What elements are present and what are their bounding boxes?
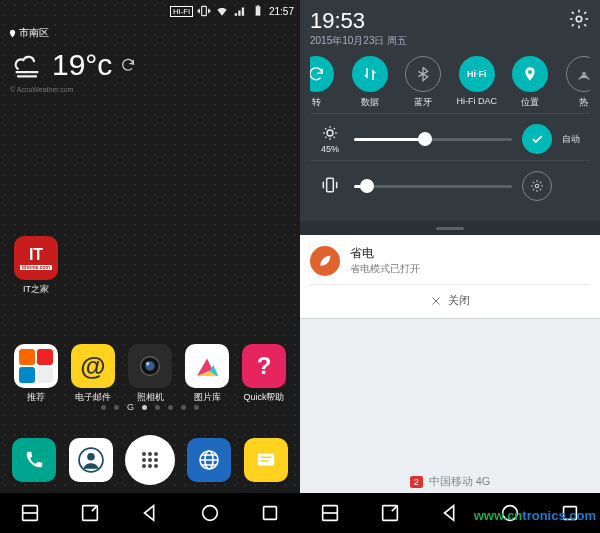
settings-icon[interactable]	[568, 8, 590, 30]
cloud-fog-icon	[10, 48, 44, 82]
card-close-action[interactable]: 关闭	[310, 284, 590, 308]
svg-point-16	[154, 464, 158, 468]
nav-bar	[0, 493, 300, 533]
hifi-indicator: Hi-Fi	[170, 6, 193, 17]
gallery-icon	[185, 344, 229, 388]
svg-point-12	[148, 458, 152, 462]
nav-home[interactable]	[199, 502, 221, 524]
quickhelp-icon: ?	[242, 344, 286, 388]
svg-point-11	[142, 458, 146, 462]
card-title: 省电	[350, 245, 420, 262]
qs-data[interactable]: 数据	[346, 56, 394, 109]
shade-handle[interactable]	[300, 221, 600, 235]
pager-g: G	[127, 402, 134, 412]
qs-hotspot[interactable]: 热	[560, 56, 590, 109]
svg-point-8	[142, 452, 146, 456]
carrier-name: 中国移动 4G	[429, 474, 491, 489]
app-email[interactable]: @ 电子邮件	[67, 344, 119, 404]
nav-back[interactable]	[439, 502, 461, 524]
svg-rect-27	[327, 178, 334, 191]
svg-point-14	[142, 464, 146, 468]
weather-attribution: © AccuWeather.com	[0, 86, 300, 93]
location-icon	[512, 56, 548, 92]
svg-point-5	[146, 362, 150, 366]
refresh-icon[interactable]	[120, 57, 136, 73]
app-quickhelp[interactable]: ? Quick帮助	[238, 344, 290, 404]
app-camera[interactable]: 照相机	[124, 344, 176, 404]
app-label: IT之家	[23, 283, 49, 296]
vibrate-icon	[197, 4, 211, 18]
watermark: www.cntronics.com	[474, 508, 596, 523]
nav-qslide[interactable]	[379, 502, 401, 524]
app-row-single: IT Ithome.com IT之家	[0, 236, 72, 296]
volume-slider[interactable]	[354, 185, 512, 188]
page-indicator[interactable]: G	[0, 402, 300, 412]
notification-card[interactable]: 省电 省电模式已打开 关闭	[300, 235, 600, 319]
wifi-icon	[215, 4, 229, 18]
brightness-slider[interactable]	[354, 138, 512, 141]
dock	[0, 431, 300, 489]
svg-rect-23	[264, 507, 277, 520]
dock-phone[interactable]	[12, 438, 56, 482]
data-icon	[352, 56, 388, 92]
svg-rect-1	[256, 6, 261, 15]
svg-point-26	[327, 130, 333, 136]
card-subtitle: 省电模式已打开	[350, 262, 420, 276]
location-label[interactable]: 市南区	[0, 22, 300, 44]
nav-qslide[interactable]	[79, 502, 101, 524]
email-icon: @	[71, 344, 115, 388]
status-time: 21:57	[269, 6, 294, 17]
signal-icon	[233, 4, 247, 18]
svg-point-7	[87, 453, 95, 461]
message-icon	[255, 449, 277, 471]
volume-settings-button[interactable]	[522, 171, 552, 201]
svg-point-10	[154, 452, 158, 456]
dock-browser[interactable]	[187, 438, 231, 482]
bluetooth-icon	[405, 56, 441, 92]
quick-settings[interactable]: 转 数据 蓝牙 Hi·Fi Hi-Fi DAC 位置 热	[310, 48, 590, 113]
carrier-label: 2 中国移动 4G	[300, 474, 600, 489]
dock-apps[interactable]	[125, 435, 175, 485]
qs-rotate[interactable]: 转	[310, 56, 340, 109]
weather-widget[interactable]: 19°c	[0, 44, 300, 86]
auto-brightness-toggle[interactable]	[522, 124, 552, 154]
app-recommend[interactable]: 推荐	[10, 344, 62, 404]
phone-icon	[23, 449, 45, 471]
svg-point-13	[154, 458, 158, 462]
svg-point-24	[576, 16, 582, 22]
svg-rect-0	[202, 6, 207, 15]
nav-back[interactable]	[139, 502, 161, 524]
svg-point-22	[203, 506, 218, 521]
apps-grid-icon	[138, 448, 162, 472]
notification-shade: 19:53 2015年10月23日 周五 转 数据 蓝牙 Hi·Fi Hi-Fi…	[300, 0, 600, 221]
ithome-icon: IT Ithome.com	[14, 236, 58, 280]
qs-bluetooth[interactable]: 蓝牙	[399, 56, 447, 109]
shade-date: 2015年10月23日 周五	[310, 34, 407, 48]
qs-hifi[interactable]: Hi·Fi Hi-Fi DAC	[453, 56, 501, 109]
nav-dual-window[interactable]	[319, 502, 341, 524]
dock-messages[interactable]	[244, 438, 288, 482]
close-label: 关闭	[448, 293, 470, 308]
hotspot-icon	[566, 56, 590, 92]
contacts-icon	[78, 447, 104, 473]
nav-recent[interactable]	[259, 502, 281, 524]
battery-icon	[251, 4, 265, 18]
brightness-row: 45% 自动	[310, 113, 590, 160]
auto-label: 自动	[562, 133, 584, 146]
svg-point-28	[535, 184, 539, 188]
qs-label: Hi-Fi DAC	[457, 96, 498, 106]
svg-point-25	[583, 73, 586, 76]
app-ithome[interactable]: IT Ithome.com IT之家	[10, 236, 62, 296]
pin-icon	[8, 29, 17, 38]
status-bar: Hi-Fi 21:57	[0, 0, 300, 22]
app-row-2: 推荐 @ 电子邮件 照相机 图片库 ? Quick帮助	[0, 344, 300, 404]
brightness-icon: 45%	[316, 124, 344, 154]
app-gallery[interactable]: 图片库	[181, 344, 233, 404]
svg-rect-19	[258, 454, 275, 466]
qs-label: 数据	[361, 96, 379, 109]
qs-location[interactable]: 位置	[506, 56, 554, 109]
shade-time: 19:53	[310, 8, 407, 34]
temperature: 19°c	[52, 48, 112, 82]
dock-contacts[interactable]	[69, 438, 113, 482]
nav-dual-window[interactable]	[19, 502, 41, 524]
